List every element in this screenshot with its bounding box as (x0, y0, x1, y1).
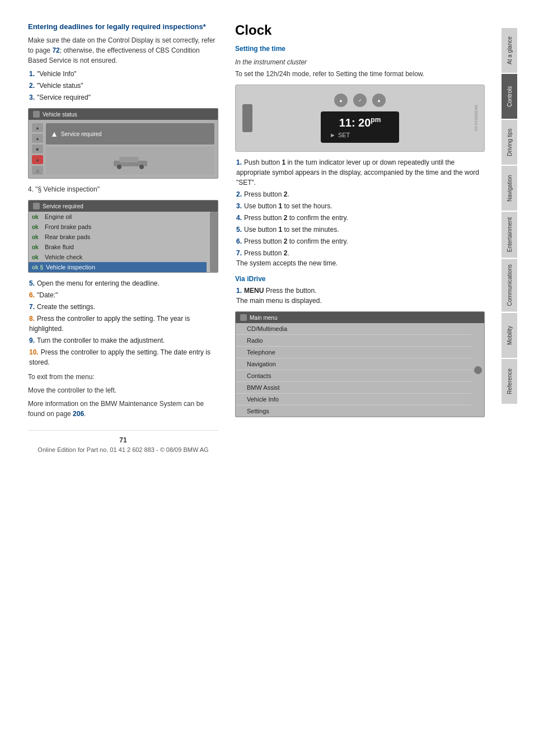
sidebar-tabs: At a glance Controls Driving tips Naviga… (502, 22, 517, 734)
vs-icon-4: ▲ (32, 155, 43, 164)
vs-icon-5: △ (32, 166, 43, 175)
vs-body: ▲ ▲ ■ ▲ △ ▲ Service required (29, 120, 218, 178)
vs-header-label: Vehicle status (43, 111, 77, 118)
list-item: 7.Create the settings. (28, 302, 218, 312)
cluster-display-area: ▲ ✓ ▲ 11: 20pm ► SET (321, 94, 399, 143)
main-menu-header-label: Main menu (250, 315, 277, 321)
set-label: SET (338, 132, 350, 138)
menu-knob (472, 323, 484, 417)
cluster-steps-list: 1.Push button 1 in the turn indicator le… (235, 157, 485, 268)
list-item: 4.Press button 2 to confirm the entry. (235, 213, 485, 223)
knob-circle (474, 366, 482, 374)
menu-item-radio: Radio (236, 335, 472, 347)
service-required-box: ▲ Service required (46, 123, 214, 144)
left-intro: Make sure the date on the Control Displa… (28, 35, 218, 66)
setting-time-title: Setting the time (235, 45, 485, 53)
left-column: Entering deadlines for legally required … (28, 22, 218, 734)
screen-icon (33, 111, 40, 118)
tab-communications[interactable]: Communications (502, 259, 517, 311)
menu-item-telephone: Telephone (236, 347, 472, 358)
menu-items-list: CD/Multimedia Radio Telephone Navigation… (236, 323, 472, 417)
vs-header: Vehicle status (29, 109, 218, 120)
steps-1-3-list: 1."Vehicle Info" 2."Vehicle status" 3."S… (28, 69, 218, 102)
menu-item-cd: CD/Multimedia (236, 323, 472, 335)
set-arrow: ► (330, 132, 336, 138)
list-item: 10.Press the controller to apply the set… (28, 347, 218, 367)
vs-icon-2: ▲ (32, 134, 43, 143)
sr-body: okEngine oil okFront brake pads okRear b… (29, 212, 218, 272)
svg-point-3 (139, 165, 144, 169)
service-row-4: okBrake fluid (29, 242, 207, 252)
tab-entertainment[interactable]: Entertainment (502, 212, 517, 258)
cluster-icon-1: ▲ (334, 94, 348, 107)
list-item: 1."Vehicle Info" (28, 69, 218, 79)
tab-reference[interactable]: Reference (502, 359, 517, 404)
tab-mobility[interactable]: Mobility (502, 313, 517, 358)
page-number: 71 (28, 436, 218, 444)
cluster-time-display: 11: 20pm ► SET (321, 111, 399, 143)
steps-5-10-list: 5.Open the menu for entering the deadlin… (28, 278, 218, 367)
sr-header-label: Service required (43, 203, 83, 209)
list-item: 8.Press the controller to apply the sett… (28, 314, 218, 334)
step4-text: 4. "§ Vehicle inspection" (28, 184, 218, 194)
service-required-screen: Service required okEngine oil okFront br… (28, 200, 218, 273)
cluster-icon-check: ✓ (353, 94, 367, 107)
more-info: More information on the BMW Maintenance … (28, 399, 218, 419)
vehicle-status-screen: Vehicle status ▲ ▲ ■ ▲ △ ▲ Service requi… (28, 108, 218, 179)
menu-item-bmw-assist: BMW Assist (236, 382, 472, 394)
car-graphic (46, 147, 214, 175)
main-menu-screen: Main menu CD/Multimedia Radio Telephone … (235, 311, 485, 417)
svg-rect-1 (119, 157, 139, 162)
vs-right: ▲ Service required (46, 123, 214, 175)
list-item: 1.Push button 1 in the turn indicator le… (235, 157, 485, 188)
footer: 71 Online Edition for Part no. 01 41 2 6… (28, 430, 218, 459)
idrive-steps: 1.MENU Press the button.The main menu is… (235, 286, 485, 306)
list-item: 2.Press button 2. (235, 189, 485, 199)
menu-item-vehicle-info: Vehicle Info (236, 394, 472, 405)
list-item: 9.Turn the controller to make the adjust… (28, 335, 218, 346)
watermark: WI305010-01 (474, 105, 479, 132)
cluster-icon-2: ▲ (372, 94, 386, 107)
list-item: 1.MENU Press the button.The main menu is… (235, 286, 485, 306)
service-row-5: okVehicle check (29, 252, 207, 262)
menu-with-knob: CD/Multimedia Radio Telephone Navigation… (236, 323, 484, 417)
service-row-3: okRear brake pads (29, 232, 207, 242)
right-column: Clock Setting the time In the instrument… (235, 22, 485, 734)
list-item: 3."Service required" (28, 92, 218, 102)
vs-icons: ▲ ▲ ■ ▲ △ (32, 123, 43, 175)
service-row-6: ok §Vehicle inspection (29, 262, 207, 272)
main-menu-header: Main menu (236, 312, 484, 323)
menu-header-icon (240, 314, 247, 321)
tab-navigation[interactable]: Navigation (502, 166, 517, 211)
instrument-text: To set the 12h/24h mode, refer to Settin… (235, 69, 485, 79)
cluster-knob (242, 104, 252, 132)
list-item: 5.Use button 1 to set the minutes. (235, 225, 485, 235)
via-idrive-title: Via iDrive (235, 275, 485, 283)
service-row-2: okFront brake pads (29, 222, 207, 232)
cluster-time-text: 11: 20pm (330, 116, 390, 129)
clock-title: Clock (235, 22, 485, 38)
cluster-icons: ▲ ✓ ▲ (334, 94, 386, 107)
menu-item-settings: Settings (236, 405, 472, 417)
tab-at-a-glance[interactable]: At a glance (502, 28, 517, 73)
exit-label: To exit from the menu: (28, 372, 218, 382)
left-section-title: Entering deadlines for legally required … (28, 22, 218, 31)
instrument-subtitle: In the instrument cluster (235, 58, 485, 66)
vs-icon-1: ▲ (32, 123, 43, 132)
menu-item-navigation: Navigation (236, 358, 472, 370)
service-items-list: okEngine oil okFront brake pads okRear b… (29, 212, 207, 272)
vs-icon-3: ■ (32, 144, 43, 153)
cluster-image: ▲ ✓ ▲ 11: 20pm ► SET WI305010-01 (235, 85, 485, 152)
main-menu-body: CD/Multimedia Radio Telephone Navigation… (236, 323, 484, 417)
list-item: 3.Use button 1 to set the hours. (235, 201, 485, 211)
sr-header-icon (33, 203, 40, 209)
cluster-set-row: ► SET (330, 132, 390, 138)
exit-text: Move the controller to the left. (28, 385, 218, 395)
sr-header: Service required (29, 200, 218, 212)
tab-driving-tips[interactable]: Driving tips (502, 120, 517, 165)
list-item: 5.Open the menu for entering the deadlin… (28, 278, 218, 288)
tab-controls[interactable]: Controls (502, 74, 517, 119)
svg-point-2 (117, 165, 121, 169)
list-item: 7.Press button 2.The system accepts the … (235, 248, 485, 268)
list-item: 2."Vehicle status" (28, 81, 218, 91)
